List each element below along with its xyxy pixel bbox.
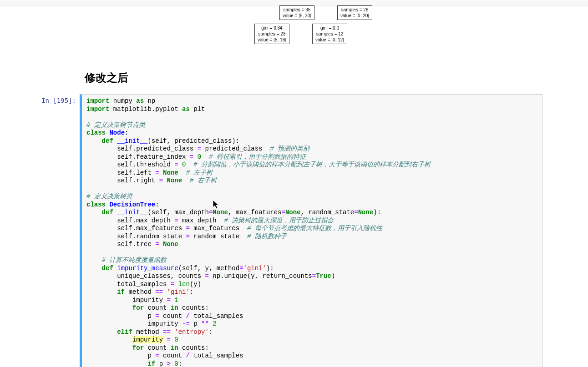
heading-modified-after: 修改之后 [85, 70, 588, 85]
notebook-cell: In [195]: import numpy as np import matp… [36, 94, 588, 367]
tree-node: gini = 0.34 samples = 23 value = [5, 18] [254, 24, 289, 44]
input-prompt: In [195]: [36, 94, 80, 367]
code-input[interactable]: import numpy as np import matplotlib.pyp… [80, 94, 542, 367]
tree-node: samples = 35 value = [5, 30] [279, 5, 314, 20]
toolbar [0, 0, 588, 5]
tree-node: gini = 0.0 samples = 12 value = [0, 12] [312, 24, 347, 44]
decision-tree-diagram: samples = 35 value = [5, 30] samples = 2… [0, 5, 588, 57]
tree-node: samples = 26 value = [0, 20] [337, 5, 372, 20]
code-content[interactable]: import numpy as np import matplotlib.pyp… [86, 97, 537, 367]
